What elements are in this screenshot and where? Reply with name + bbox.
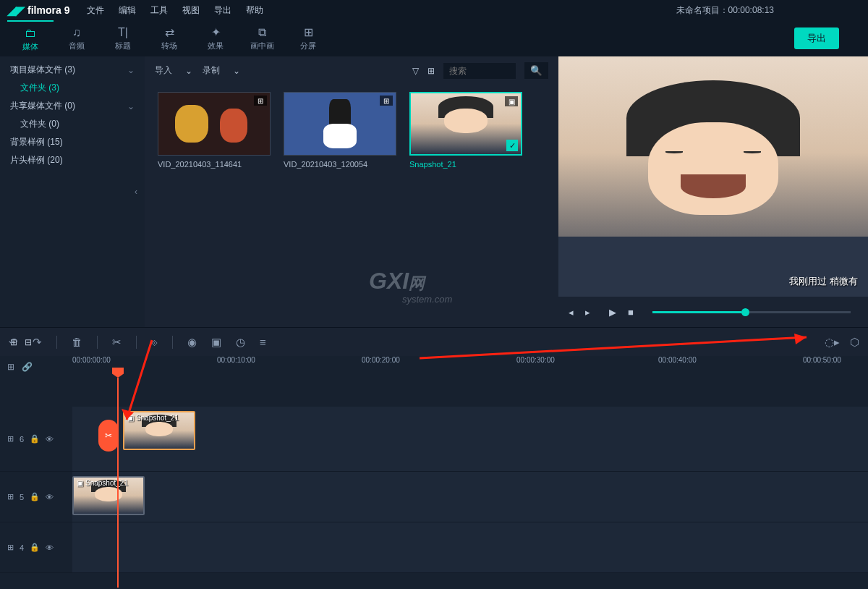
preview-viewport: 我刚用过 稍微有 xyxy=(558,56,868,297)
track-header: ⊞ 6 🔒 👁 xyxy=(0,407,72,471)
tracks-container: ⊞ 6 🔒 👁 ✂ ▣Snapshot_21 ⊞ 5 🔒 👁 xyxy=(0,378,868,573)
media-item[interactable]: ⊞ VID_20210403_120054 xyxy=(284,92,396,169)
image-icon: ▣ xyxy=(77,479,83,487)
visibility-icon[interactable]: 👁 xyxy=(46,493,54,501)
speed-button[interactable]: ◉ xyxy=(187,336,197,349)
search-button[interactable]: 🔍 xyxy=(524,62,548,79)
tab-audio[interactable]: ♫音频 xyxy=(54,20,100,56)
lock-icon[interactable]: 🔒 xyxy=(30,543,40,552)
track-type-icon: ⊞ xyxy=(7,492,14,501)
media-toolbar: 导入⌄ 录制⌄ ▽ ⊞ 🔍 xyxy=(145,56,558,85)
title-bar: ◢◤ filmora9 文件 编辑 工具 视图 导出 帮助 未命名项目：00:0… xyxy=(0,0,868,20)
playhead[interactable] xyxy=(117,378,119,588)
scissors-icon: ✂ xyxy=(105,431,112,441)
track-header: ⊞ 5 🔒 👁 xyxy=(0,472,72,522)
menu-edit[interactable]: 编辑 xyxy=(119,4,136,17)
sidebar-item-project[interactable]: 项目媒体文件 (3)⌄ xyxy=(0,61,145,79)
tab-title[interactable]: T|标题 xyxy=(100,20,146,56)
play-button[interactable]: ▶ xyxy=(609,307,616,318)
chevron-down-icon: ⌄ xyxy=(233,66,240,76)
menu-view[interactable]: 视图 xyxy=(182,4,200,17)
app-version: 9 xyxy=(64,4,70,16)
grid-view-icon[interactable]: ⊞ xyxy=(427,66,435,76)
chevron-down-icon: ⌄ xyxy=(185,66,192,76)
watermark-sub: system.com xyxy=(402,294,452,305)
sidebar-item-folder-0[interactable]: 文件夹 (0) xyxy=(0,115,145,133)
image-icon: ▣ xyxy=(127,414,134,422)
visibility-icon[interactable]: 👁 xyxy=(46,435,54,444)
progress-slider[interactable] xyxy=(652,311,851,313)
track-row: ⊞ 6 🔒 👁 ✂ ▣Snapshot_21 xyxy=(0,407,868,472)
media-thumbnail: ▣ ✓ xyxy=(409,92,522,156)
media-thumbnail: ⊞ xyxy=(158,92,271,156)
track-type-icon: ⊞ xyxy=(7,543,14,552)
delete-button[interactable]: 🗑 xyxy=(72,336,82,348)
video-type-icon: ⊞ xyxy=(254,96,267,106)
timeline: ⊞ 🔗 00:00:00:00 00:00:10:00 00:00:20:00 … xyxy=(0,356,868,589)
sidebar-item-folder-3[interactable]: 文件夹 (3) xyxy=(0,79,145,97)
lock-icon[interactable]: 🔒 xyxy=(30,492,40,501)
timeline-clip[interactable]: ▣Snapshot_21 xyxy=(72,476,145,515)
menu-file[interactable]: 文件 xyxy=(87,4,104,17)
tab-split[interactable]: ⊞分屏 xyxy=(285,20,331,56)
sidebar-item-intro[interactable]: 片头样例 (20) xyxy=(0,151,145,169)
tab-effects[interactable]: ✦效果 xyxy=(192,20,239,56)
undo-button[interactable]: ↶ xyxy=(9,336,18,349)
main-tabs: 🗀媒体 ♫音频 T|标题 ⇄转场 ✦效果 ⧉画中画 ⊞分屏 导出 xyxy=(0,20,868,56)
marker-button[interactable]: ⬡ xyxy=(850,336,859,349)
add-track-icon[interactable]: ⊞ xyxy=(7,362,14,372)
timeline-clip[interactable]: ▣Snapshot_21 xyxy=(123,411,195,450)
split-icon: ⊞ xyxy=(304,25,313,39)
export-button[interactable]: 导出 xyxy=(794,27,839,49)
next-frame-button[interactable]: ▸ xyxy=(585,307,590,318)
sidebar-item-bg[interactable]: 背景样例 (15) xyxy=(0,133,145,151)
video-type-icon: ⊞ xyxy=(380,96,393,106)
chevron-down-icon: ⌄ xyxy=(127,65,135,75)
stop-button[interactable]: ■ xyxy=(628,307,634,318)
menu-tools[interactable]: 工具 xyxy=(150,4,168,17)
filter-icon[interactable]: ▽ xyxy=(412,66,419,76)
track-content[interactable]: ✂ ▣Snapshot_21 xyxy=(72,407,868,471)
search-icon: 🔍 xyxy=(530,65,542,76)
redo-button[interactable]: ↷ xyxy=(33,336,42,349)
settings-button[interactable]: ≡ xyxy=(260,336,266,348)
menu-help[interactable]: 帮助 xyxy=(246,4,263,17)
lock-icon[interactable]: 🔒 xyxy=(30,434,40,444)
time-ruler[interactable]: 00:00:00:00 00:00:10:00 00:00:20:00 00:0… xyxy=(72,356,868,378)
app-logo: ◢◤ filmora9 xyxy=(7,4,69,17)
track-content[interactable]: ▣Snapshot_21 xyxy=(72,472,868,522)
tab-pip[interactable]: ⧉画中画 xyxy=(239,20,285,56)
record-dropdown[interactable]: 录制⌄ xyxy=(203,64,240,77)
color-button[interactable]: ▣ xyxy=(211,336,221,349)
link-icon[interactable]: 🔗 xyxy=(22,362,33,372)
tab-media[interactable]: 🗀媒体 xyxy=(7,20,54,56)
wand-icon: ✦ xyxy=(211,25,221,39)
cut-button[interactable]: ✂ xyxy=(112,336,122,349)
import-dropdown[interactable]: 导入⌄ xyxy=(155,64,192,77)
collapse-sidebar-icon[interactable]: ‹ xyxy=(135,187,137,197)
preview-controls: ◂ ▸ ▶ ■ xyxy=(558,297,868,327)
media-item[interactable]: ▣ ✓ Snapshot_21 xyxy=(409,92,522,169)
crop-button[interactable]: ⟐ xyxy=(151,336,158,348)
sidebar-item-shared[interactable]: 共享媒体文件 (0)⌄ xyxy=(0,97,145,115)
image-type-icon: ▣ xyxy=(505,96,518,106)
media-grid: ⊞ VID_20210403_114641 ⊞ VID_20210403_120… xyxy=(145,85,558,176)
search-input[interactable] xyxy=(443,63,516,79)
prev-frame-button[interactable]: ◂ xyxy=(569,307,574,318)
visibility-icon[interactable]: 👁 xyxy=(46,543,54,552)
tab-transition[interactable]: ⇄转场 xyxy=(146,20,192,56)
preview-subtitle: 我刚用过 稍微有 xyxy=(789,275,858,288)
preview-panel: 我刚用过 稍微有 ◂ ▸ ▶ ■ xyxy=(558,56,868,327)
time-button[interactable]: ◷ xyxy=(236,336,245,349)
render-button[interactable]: ◌▸ xyxy=(825,336,840,349)
track-row: ⊞ 4 🔒 👁 xyxy=(0,522,868,573)
media-panel: 导入⌄ 录制⌄ ▽ ⊞ 🔍 ⊞ VID_20210403_114641 ⊞ VI… xyxy=(145,56,558,327)
track-content[interactable] xyxy=(72,522,868,572)
content-area: 项目媒体文件 (3)⌄ 文件夹 (3) 共享媒体文件 (0)⌄ 文件夹 (0) … xyxy=(0,56,868,327)
delete-folder-icon[interactable]: ⊟ xyxy=(25,337,32,347)
track-header: ⊞ 4 🔒 👁 xyxy=(0,522,72,572)
media-item[interactable]: ⊞ VID_20210403_114641 xyxy=(158,92,271,169)
cut-tool-badge[interactable]: ✂ xyxy=(98,420,119,452)
menu-export[interactable]: 导出 xyxy=(214,4,231,17)
sidebar: 项目媒体文件 (3)⌄ 文件夹 (3) 共享媒体文件 (0)⌄ 文件夹 (0) … xyxy=(0,56,145,327)
